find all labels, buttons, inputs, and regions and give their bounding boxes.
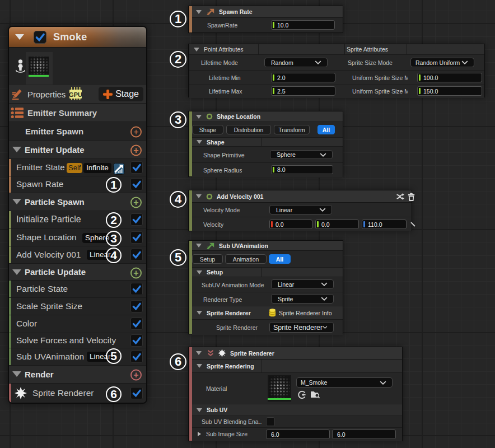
svg-text:GPU: GPU [69,91,82,97]
